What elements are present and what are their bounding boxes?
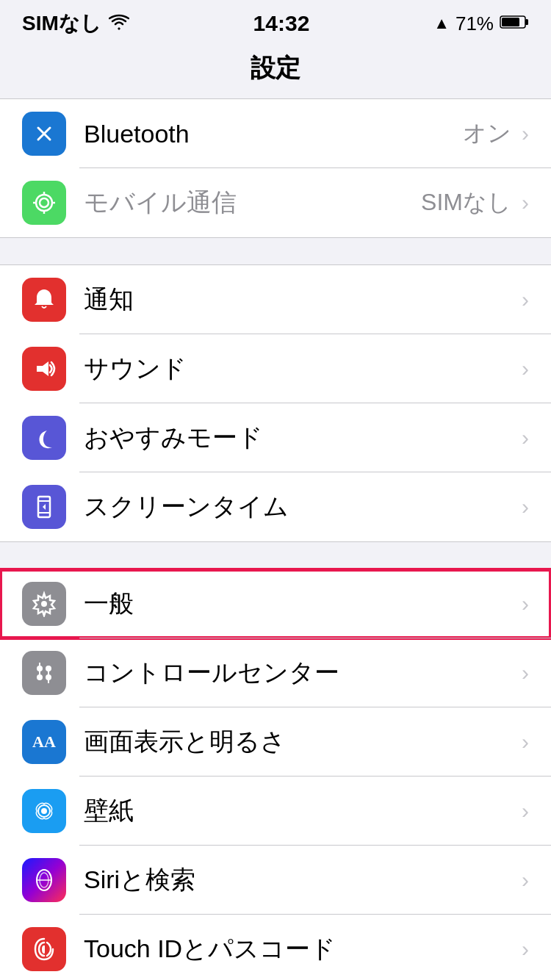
svg-point-14: [37, 666, 43, 671]
dnd-label: おやすみモード: [84, 421, 522, 455]
settings-item-cellular[interactable]: モバイル通信 SIMなし ›: [0, 168, 551, 237]
settings-item-touchid[interactable]: Touch IDとパスコード ›: [0, 915, 551, 980]
notifications-chevron: ›: [522, 287, 529, 312]
battery-icon: [500, 12, 529, 35]
svg-point-15: [46, 666, 51, 671]
svg-rect-2: [502, 18, 519, 26]
controlcenter-label: コントロールセンター: [84, 656, 522, 690]
display-chevron: ›: [522, 729, 529, 754]
screentime-chevron: ›: [522, 494, 529, 519]
notifications-icon: [22, 278, 66, 322]
settings-item-bluetooth[interactable]: Bluetooth オン ›: [0, 99, 551, 168]
settings-list-connectivity: Bluetooth オン › モバイル通信 SIMなし ›: [0, 98, 551, 238]
cellular-icon: [22, 181, 66, 225]
svg-marker-9: [37, 361, 48, 376]
sounds-label: サウンド: [84, 352, 522, 386]
settings-item-wallpaper[interactable]: 壁紙 ›: [0, 777, 551, 846]
bluetooth-label: Bluetooth: [84, 120, 463, 148]
touchid-label: Touch IDとパスコード: [84, 932, 522, 966]
status-bar: SIMなし 14:32 ▲ 71%: [0, 0, 551, 44]
bluetooth-chevron: ›: [522, 121, 529, 146]
wallpaper-icon: [22, 789, 66, 833]
wallpaper-label: 壁紙: [84, 794, 522, 828]
cellular-value: SIMなし: [421, 187, 511, 219]
bluetooth-value: オン: [463, 118, 511, 150]
settings-section-notifications: 通知 › サウンド › おやすみモード ›: [0, 264, 551, 542]
wallpaper-chevron: ›: [522, 799, 529, 824]
touchid-chevron: ›: [522, 937, 529, 962]
section-gap-2: [0, 542, 551, 569]
svg-point-16: [37, 674, 43, 680]
location-icon: ▲: [433, 14, 450, 33]
section-gap-1: [0, 238, 551, 264]
battery-percent: 71%: [455, 12, 494, 35]
svg-point-4: [40, 198, 48, 207]
svg-point-13: [41, 601, 47, 607]
cellular-label: モバイル通信: [84, 186, 421, 220]
settings-list-notifications: 通知 › サウンド › おやすみモード ›: [0, 264, 551, 542]
sounds-chevron: ›: [522, 356, 529, 381]
wifi-icon: [109, 12, 129, 35]
dnd-chevron: ›: [522, 425, 529, 450]
svg-point-22: [41, 808, 47, 814]
general-icon: [22, 582, 66, 626]
screentime-icon: [22, 485, 66, 529]
settings-item-display[interactable]: AA 画面表示と明るさ ›: [0, 707, 551, 777]
settings-item-dnd[interactable]: おやすみモード ›: [0, 403, 551, 472]
settings-section-connectivity: Bluetooth オン › モバイル通信 SIMなし ›: [0, 98, 551, 238]
siri-label: Siriと検索: [84, 863, 522, 897]
cellular-chevron: ›: [522, 190, 529, 215]
svg-rect-1: [525, 19, 528, 25]
settings-item-sounds[interactable]: サウンド ›: [0, 334, 551, 403]
settings-item-general[interactable]: 一般 ›: [0, 569, 551, 638]
sounds-icon: [22, 347, 66, 391]
display-label: 画面表示と明るさ: [84, 725, 522, 759]
controlcenter-icon: [22, 651, 66, 695]
page-title: 設定: [0, 44, 551, 98]
settings-item-notifications[interactable]: 通知 ›: [0, 265, 551, 334]
svg-point-3: [36, 195, 52, 211]
display-icon: AA: [22, 720, 66, 764]
settings-item-controlcenter[interactable]: コントロールセンター ›: [0, 638, 551, 707]
controlcenter-chevron: ›: [522, 660, 529, 685]
status-right: ▲ 71%: [433, 12, 529, 35]
touchid-icon: [22, 927, 66, 971]
settings-item-siri[interactable]: Siriと検索 ›: [0, 846, 551, 915]
status-carrier: SIMなし: [22, 10, 129, 37]
siri-icon: [22, 858, 66, 902]
settings-item-screentime[interactable]: スクリーンタイム ›: [0, 472, 551, 541]
settings-section-general: 一般 › コントロールセンター › AA: [0, 569, 551, 980]
general-label: 一般: [84, 587, 522, 621]
notifications-label: 通知: [84, 283, 522, 317]
dnd-icon: [22, 416, 66, 460]
settings-list-general: 一般 › コントロールセンター › AA: [0, 569, 551, 980]
status-time: 14:32: [253, 11, 310, 36]
siri-chevron: ›: [522, 868, 529, 893]
screentime-label: スクリーンタイム: [84, 490, 522, 524]
bluetooth-icon: [22, 112, 66, 156]
general-chevron: ›: [522, 591, 529, 616]
